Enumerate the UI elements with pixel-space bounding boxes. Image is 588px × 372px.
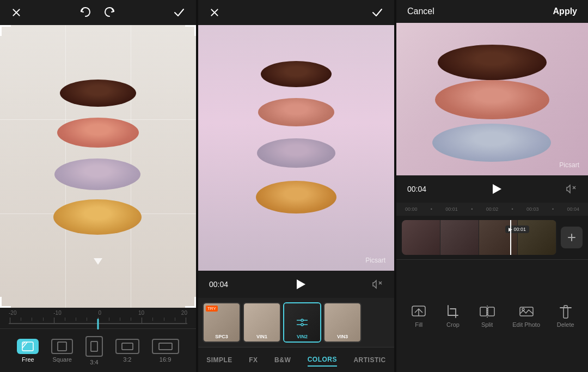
slider-tick-3: 10	[138, 310, 144, 316]
timeline-playhead[interactable]	[510, 220, 511, 255]
panel3-volume-icon[interactable]	[566, 184, 577, 194]
panel2-play-button[interactable]	[292, 276, 309, 293]
filter-image-area[interactable]: Picsart	[198, 25, 394, 271]
tick-0: 00:00	[405, 206, 418, 212]
tool-edit-photo-label: Edit Photo	[512, 321, 540, 328]
panel-crop: -20 -10 0 10 20 // generate ticks inline…	[0, 0, 196, 372]
panel3-header: Cancel Apply	[396, 0, 588, 23]
tab-fx[interactable]: FX	[249, 354, 258, 366]
timeline-badge: ▶ 00:01	[505, 225, 529, 233]
tool-split-label: Split	[481, 321, 493, 328]
tool-edit-photo[interactable]: Edit Photo	[512, 304, 540, 328]
svg-rect-20	[480, 307, 487, 316]
film-thumb-spc3[interactable]: TRY SPC3	[203, 302, 241, 343]
timeline-add-button[interactable]	[561, 227, 583, 248]
film-thumb-vin1[interactable]: VIN1	[243, 302, 281, 343]
picsart-watermark2: Picsart	[559, 161, 579, 169]
panel2-header	[198, 0, 394, 25]
panel2-close-icon[interactable]	[209, 7, 220, 18]
panel3-play-button[interactable]	[488, 180, 505, 198]
tool-square-label: Square	[52, 356, 71, 363]
panel-filter: Picsart 00:04 TRY SPC3 VIN1	[198, 0, 394, 372]
slider-min-label: -20	[9, 310, 16, 316]
panel3-player: 00:04	[396, 175, 588, 203]
slider-center-label: 0	[99, 310, 102, 316]
cancel-button[interactable]: Cancel	[407, 7, 434, 16]
close-icon[interactable]	[11, 7, 22, 18]
tick-3: 00:03	[526, 206, 539, 212]
svg-rect-3	[58, 342, 66, 351]
vin2-label: VIN2	[284, 334, 320, 339]
tool-split[interactable]: Split	[479, 304, 496, 328]
filmstrip: TRY SPC3 VIN1 VIN2	[198, 298, 394, 347]
svg-rect-6	[159, 343, 172, 350]
svg-point-9	[301, 319, 303, 321]
svg-rect-5	[122, 343, 133, 350]
bottom-tools-bar: Fill Crop Split	[396, 259, 588, 372]
panel3-time: 00:04	[407, 185, 426, 193]
tool-delete-label: Delete	[557, 321, 574, 328]
tab-artistic[interactable]: ARTISTIC	[353, 354, 385, 366]
timeline-area[interactable]: ▶ 00:01	[396, 216, 588, 259]
tool-crop[interactable]: Crop	[444, 304, 462, 328]
svg-point-24	[522, 308, 524, 310]
vin1-label: VIN1	[244, 334, 280, 339]
panel-video-edit: Cancel Apply Picsart 00:04	[396, 0, 588, 372]
tool-3-4-label: 3:4	[90, 359, 98, 365]
crop-tools-bar: Free Square 3:4	[0, 328, 196, 372]
tool-free-label: Free	[22, 356, 34, 363]
spc3-label: SPC3	[204, 334, 240, 339]
slider-tick-1: -10	[53, 310, 61, 316]
tool-fill[interactable]: Fill	[410, 304, 427, 328]
tick-1: 00:01	[445, 206, 458, 212]
panel2-volume-icon[interactable]	[372, 279, 383, 289]
undo-icon[interactable]	[79, 7, 91, 19]
crop-image-area[interactable]	[0, 25, 196, 308]
video-preview-area[interactable]: Picsart	[396, 23, 588, 175]
filter-tabs: SIMPLE FX B&W COLORS ARTISTIC	[198, 347, 394, 372]
tool-delete[interactable]: Delete	[557, 304, 574, 328]
panel2-confirm-icon[interactable]	[371, 7, 383, 19]
svg-point-12	[301, 324, 303, 326]
svg-rect-21	[488, 307, 494, 316]
svg-rect-4	[91, 341, 97, 351]
apply-button[interactable]: Apply	[553, 7, 577, 16]
panel2-player: 00:04	[198, 271, 394, 298]
timeline-frame-1	[402, 220, 440, 255]
tool-16-9-label: 16:9	[160, 356, 171, 363]
picsart-watermark: Picsart	[365, 257, 385, 264]
try-badge: TRY	[206, 306, 218, 312]
tick-4: 00:04	[567, 206, 579, 212]
svg-line-2	[22, 342, 27, 348]
tool-3-4[interactable]: 3:4	[85, 336, 103, 365]
timeline-frame-2	[440, 220, 479, 255]
panel2-time: 00:04	[209, 280, 228, 289]
tool-3-2-label: 3:2	[123, 356, 131, 363]
tab-colors[interactable]: COLORS	[308, 353, 337, 367]
tool-square[interactable]: Square	[51, 339, 73, 363]
film-thumb-vin3[interactable]: VIN3	[323, 302, 362, 343]
confirm-icon[interactable]	[173, 7, 185, 19]
timeline-header: 00:00 • 00:01 • 00:02 • 00:03 • 00:04	[396, 203, 588, 216]
panel1-header	[0, 0, 196, 25]
film-thumb-vin2[interactable]: VIN2	[283, 302, 321, 343]
tool-3-2[interactable]: 3:2	[115, 339, 139, 363]
vin3-label: VIN3	[324, 334, 360, 339]
tab-bw[interactable]: B&W	[274, 354, 291, 366]
tool-16-9[interactable]: 16:9	[152, 339, 179, 363]
tool-free[interactable]: Free	[17, 339, 39, 363]
tool-crop-label: Crop	[446, 321, 460, 328]
tab-simple[interactable]: SIMPLE	[206, 354, 232, 366]
tool-fill-label: Fill	[415, 321, 422, 328]
redo-icon[interactable]	[104, 7, 116, 19]
tick-2: 00:02	[486, 206, 499, 212]
timeline-strip[interactable]: ▶ 00:01	[402, 220, 556, 255]
rotation-slider-handle[interactable]	[97, 319, 99, 330]
slider-max-label: 20	[181, 310, 187, 316]
